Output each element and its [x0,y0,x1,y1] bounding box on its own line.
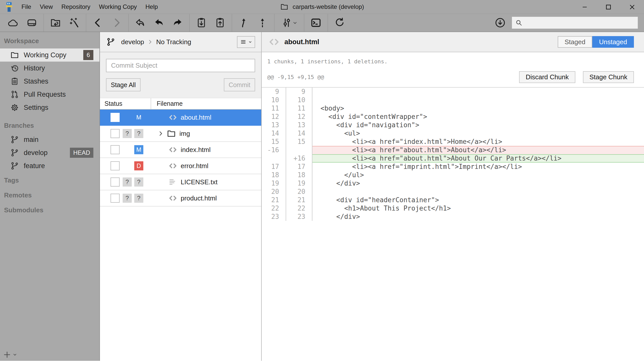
status-modified-badge: M [134,145,143,154]
terminal-icon[interactable] [310,17,322,29]
sidebar-item-label: Pull Requests [24,91,66,98]
code-file-icon [168,145,177,154]
search-icon [515,19,523,27]
old-line-number: 9 [262,88,286,96]
file-row-product[interactable]: ? ? product.html [100,190,261,207]
redo-arrow-icon[interactable] [172,17,184,29]
diff-line: 2020 [262,188,644,196]
forward-icon[interactable] [111,17,123,29]
add-repository-button[interactable] [3,351,17,359]
unstaged-tab[interactable]: Unstaged [592,36,634,48]
push-icon[interactable] [238,17,250,29]
diff-line: 2323 </div> [262,213,644,221]
undo-arrow-icon[interactable] [153,17,165,29]
minimize-button[interactable] [573,0,597,14]
commit-subject-input[interactable] [106,59,255,72]
branch-label: main [24,136,39,144]
search-input[interactable] [525,19,638,26]
branch-icon [10,161,19,170]
stage-checkbox[interactable] [111,129,120,138]
column-status[interactable]: Status [100,98,151,109]
share-arrow-icon[interactable] [134,17,146,29]
staged-unstaged-toggle: Staged Unstaged [558,36,634,48]
sidebar-item-settings[interactable]: Settings [0,101,99,114]
file-row-error[interactable]: D error.html [100,158,261,174]
download-circle-icon[interactable] [494,17,506,29]
diff-line: 99 [262,88,644,96]
file-table: Status Filename M about.html ? ? [100,98,261,361]
sidebar-item-working-copy[interactable]: Working Copy 6 [0,48,99,62]
column-filename[interactable]: Filename [151,100,261,107]
diff-line-added: +16 <li><a href="about.html">About Our C… [262,154,644,163]
sidebar-item-pull-requests[interactable]: Pull Requests [0,88,99,101]
change-count-badge: 6 [83,50,93,60]
menu-repository[interactable]: Repository [57,3,95,10]
file-name: index.html [181,146,211,154]
file-row-about[interactable]: M about.html [100,110,261,126]
drive-icon[interactable] [26,17,38,29]
menu-help[interactable]: Help [141,3,162,10]
diff-table: 99 1010 1111<body> 1212 <div id="content… [262,88,644,361]
stage-chunk-button[interactable]: Stage Chunk [583,71,634,83]
sidebar-branch-main[interactable]: main [0,133,99,146]
menu-view[interactable]: View [36,3,57,10]
magic-wand-icon[interactable] [68,17,80,29]
menu-working-copy[interactable]: Working Copy [95,3,141,10]
pull-request-icon [10,90,19,99]
sliders-icon[interactable] [280,17,298,29]
old-line-number: 20 [262,188,286,196]
menu-file[interactable]: File [17,3,36,10]
open-folder-icon[interactable] [49,17,62,29]
file-name: product.html [181,194,217,202]
expand-chevron-icon[interactable] [157,130,164,137]
stage-checkbox[interactable] [111,161,120,170]
tracking-status: No Tracking [156,38,191,46]
code-file-icon [168,161,177,170]
stage-all-button[interactable]: Stage All [106,78,141,91]
stage-checkbox[interactable] [111,145,120,154]
back-icon[interactable] [92,17,104,29]
stage-checkbox[interactable] [111,177,120,187]
diff-line: 2222 <h1>About This Project</h1> [262,204,644,213]
stash-apply-icon[interactable] [214,17,226,29]
code-line: <body> [312,104,644,113]
maximize-button[interactable] [597,0,620,14]
old-line-number: 10 [262,96,286,104]
commit-button[interactable]: Commit [224,78,255,91]
section-workspace: Workspace [0,32,99,48]
file-row-license[interactable]: ? ? LICENSE.txt [100,174,261,190]
branch-icon [106,37,116,47]
file-name: about.html [181,114,211,121]
discard-chunk-button[interactable]: Discard Chunk [519,71,575,83]
file-row-index[interactable]: M index.html [100,142,261,158]
old-line-number: 14 [262,129,286,138]
status-untracked-badge: ? [134,194,143,203]
branch-menu-button[interactable] [237,36,255,48]
sidebar-item-history[interactable]: History [0,62,99,75]
sidebar-branch-develop[interactable]: develop HEAD [0,146,99,159]
old-line-number [262,154,286,163]
sidebar-branch-feature[interactable]: feature [0,159,99,172]
search-box[interactable] [512,17,638,29]
new-line-number: 11 [286,104,312,113]
diff-file-name: about.html [284,38,319,46]
code-line [312,96,644,104]
staged-tab[interactable]: Staged [558,36,592,48]
diff-panel: about.html Staged Unstaged 1 chunks, 1 i… [262,32,644,361]
force-push-icon[interactable] [256,17,269,29]
fetch-cloud-icon[interactable] [7,17,19,29]
stage-checkbox[interactable] [111,113,120,122]
menubar: File View Repository Working Copy Help [17,3,162,10]
close-button[interactable] [620,0,644,14]
sidebar-item-stashes[interactable]: Stashes [0,75,99,88]
new-line-number: 18 [286,171,312,179]
file-row-img[interactable]: ? ? img [100,126,261,142]
refresh-icon[interactable] [334,17,346,29]
status-untracked-badge: ? [123,177,132,187]
current-branch[interactable]: develop [121,38,144,46]
stash-save-icon[interactable] [195,17,207,29]
window-title-text: carparts-website (develop) [293,3,364,10]
diff-line: 1313 <div id="navigation"> [262,121,644,129]
code-line: <div id="headerContainer"> [312,196,644,204]
stage-checkbox[interactable] [111,194,120,203]
